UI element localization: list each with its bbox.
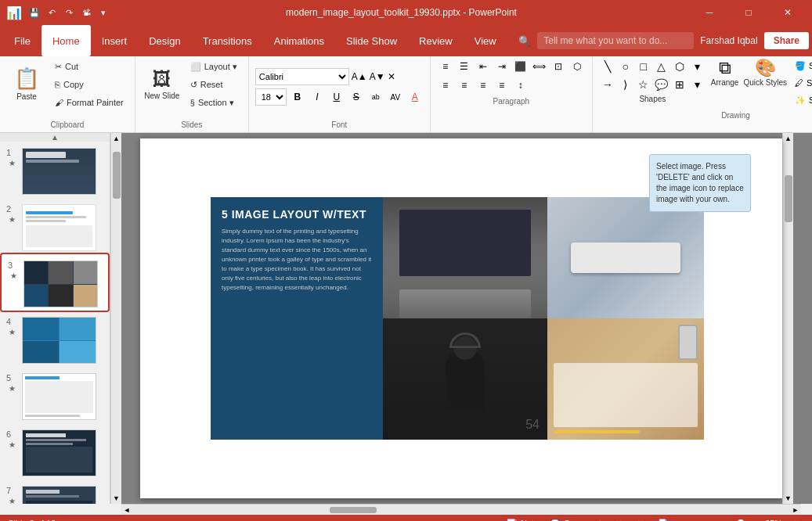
menu-file[interactable]: File (3, 25, 42, 56)
slide-canvas[interactable]: Select image. Press 'DELETE' and click o… (140, 138, 782, 498)
h-scroll-left-btn[interactable]: ◄ (121, 505, 132, 516)
image-cell-6[interactable] (547, 318, 704, 440)
smartart-button[interactable]: ⬡ (568, 58, 586, 75)
slide-thumb-5[interactable]: 5 ★ (0, 367, 110, 423)
shape-cell[interactable]: ⊞ (671, 76, 688, 93)
normal-view-btn[interactable]: ⊞ (612, 516, 627, 521)
shape-cell[interactable]: ▾ (689, 76, 706, 93)
paste-button[interactable]: 📋 Paste (6, 58, 47, 110)
columns-button[interactable]: ⬛ (512, 58, 529, 75)
reset-button[interactable]: ↺ Reset (186, 76, 242, 93)
italic-button[interactable]: I (309, 88, 326, 106)
line-spacing-button[interactable]: ↕ (512, 77, 529, 94)
shape-fill-button[interactable]: 🪣 Shape Fill ▾ (792, 58, 812, 74)
notes-button[interactable]: 📝 Notes (507, 519, 543, 522)
image-cell-5[interactable]: 54 (383, 318, 547, 440)
layout-button[interactable]: ⬜ Layout ▾ (186, 58, 242, 75)
shape-cell[interactable]: → (599, 76, 616, 93)
image-cell-4[interactable] (211, 318, 383, 440)
shape-cell[interactable]: ⬡ (671, 58, 688, 75)
slide-thumb-3[interactable]: 3 ★ (2, 254, 108, 311)
shape-effects-button[interactable]: ✨ Shape Effects ▾ (792, 92, 812, 108)
bold-button[interactable]: B (289, 88, 306, 106)
clear-format-button[interactable]: ✕ (388, 71, 395, 82)
arrange-label[interactable]: Arrange (711, 78, 739, 87)
quick-styles-label[interactable]: Quick Styles (743, 78, 787, 87)
section-button[interactable]: § Section ▾ (186, 94, 242, 111)
panel-scroll-down-btn[interactable]: ▼ (111, 493, 121, 504)
image-cell-1[interactable]: 5 IMAGE LAYOUT W/TEXT Simply dummy text … (211, 197, 383, 318)
menu-review[interactable]: Review (408, 25, 464, 56)
shape-cell[interactable]: ╲ (599, 58, 616, 75)
h-scroll-thumb[interactable] (330, 507, 377, 513)
save-button[interactable]: 💾 (27, 5, 42, 20)
customize-qat-button[interactable]: ▾ (96, 5, 111, 20)
canvas-scroll-up-btn[interactable]: ▲ (783, 133, 793, 144)
comments-button[interactable]: 💬 Comments (550, 519, 605, 522)
search-input[interactable] (537, 32, 694, 49)
font-name-select[interactable]: Calibri (255, 68, 349, 85)
panel-scroll-thumb[interactable] (113, 152, 121, 199)
slide-thumb-1[interactable]: 1 ★ (0, 142, 110, 198)
inc-indent-button[interactable]: ⇥ (493, 58, 511, 75)
canvas-scroll-thumb[interactable] (785, 175, 792, 222)
bullets-button[interactable]: ≡ (437, 58, 454, 75)
justify-button[interactable]: ≡ (493, 77, 511, 94)
underline-button[interactable]: U (328, 88, 345, 106)
share-button[interactable]: Share (764, 32, 809, 49)
arrange-icon[interactable]: ⧉ (719, 58, 731, 78)
slide-thumb-4[interactable]: 4 ★ (0, 311, 110, 367)
slide-sorter-btn[interactable]: ⊟ (633, 516, 649, 521)
menu-transitions[interactable]: Transitions (192, 25, 263, 56)
align-left-button[interactable]: ≡ (437, 77, 454, 94)
font-size-select[interactable]: 18 (255, 88, 287, 106)
restore-button[interactable]: □ (731, 0, 767, 25)
h-scroll-right-btn[interactable]: ► (790, 505, 801, 516)
shape-cell[interactable]: ○ (617, 58, 634, 75)
quick-styles-icon[interactable]: 🎨 (755, 58, 776, 78)
center-button[interactable]: ≡ (456, 77, 473, 94)
small-caps-button[interactable]: ab (367, 88, 384, 106)
dec-indent-button[interactable]: ⇤ (475, 58, 492, 75)
shape-cell[interactable]: ⟩ (617, 76, 634, 93)
redo-button[interactable]: ↷ (61, 5, 77, 20)
image-cell-3[interactable] (547, 197, 704, 318)
format-painter-button[interactable]: 🖌 Format Painter (50, 94, 128, 111)
shape-cell[interactable]: ▾ (689, 58, 706, 75)
panel-scroll-up[interactable]: ▲ (0, 133, 110, 142)
menu-slideshow[interactable]: Slide Show (335, 25, 408, 56)
text-direction-button[interactable]: ⟺ (531, 58, 548, 75)
slide-thumb-7[interactable]: 7 ★ (0, 480, 110, 504)
numbered-button[interactable]: ☰ (456, 58, 473, 75)
minimize-button[interactable]: ─ (691, 0, 727, 25)
slideshow-btn[interactable]: ▶ (677, 516, 693, 521)
reading-view-btn[interactable]: 📄 (655, 516, 671, 521)
align-text-button[interactable]: ⊡ (550, 58, 567, 75)
shape-cell[interactable]: ☆ (635, 76, 652, 93)
char-spacing-button[interactable]: AV (387, 88, 404, 106)
copy-button[interactable]: ⎘ Copy (50, 76, 128, 93)
menu-animations[interactable]: Animations (263, 25, 335, 56)
align-right-button[interactable]: ≡ (475, 77, 492, 94)
new-slide-button[interactable]: 🖼 New Slide (142, 58, 182, 110)
strikethrough-button[interactable]: S (348, 88, 365, 106)
shape-cell[interactable]: △ (653, 58, 670, 75)
slide-thumb-6[interactable]: 6 ★ (0, 423, 110, 480)
present-button[interactable]: 📽 (78, 5, 94, 20)
panel-scroll-up-btn[interactable]: ▲ (111, 133, 121, 144)
shapes-label[interactable]: Shapes (639, 95, 666, 103)
slide-thumb-2[interactable]: 2 ★ (0, 198, 110, 254)
fit-btn[interactable]: ⊡ (789, 516, 804, 521)
cut-button[interactable]: ✂ Cut (50, 58, 128, 75)
undo-button[interactable]: ↶ (44, 5, 60, 20)
shrink-font-button[interactable]: A▼ (370, 71, 385, 82)
shape-outline-button[interactable]: 🖊 Shape Outline ▾ (792, 75, 812, 91)
image-cell-2[interactable] (383, 197, 547, 318)
menu-view[interactable]: View (464, 25, 507, 56)
font-color-button[interactable]: A (406, 88, 424, 106)
menu-insert[interactable]: Insert (91, 25, 139, 56)
menu-home[interactable]: Home (42, 25, 91, 56)
shape-cell[interactable]: 💬 (653, 76, 670, 93)
canvas-scroll-down-btn[interactable]: ▼ (783, 493, 793, 504)
close-button[interactable]: ✕ (770, 0, 806, 25)
